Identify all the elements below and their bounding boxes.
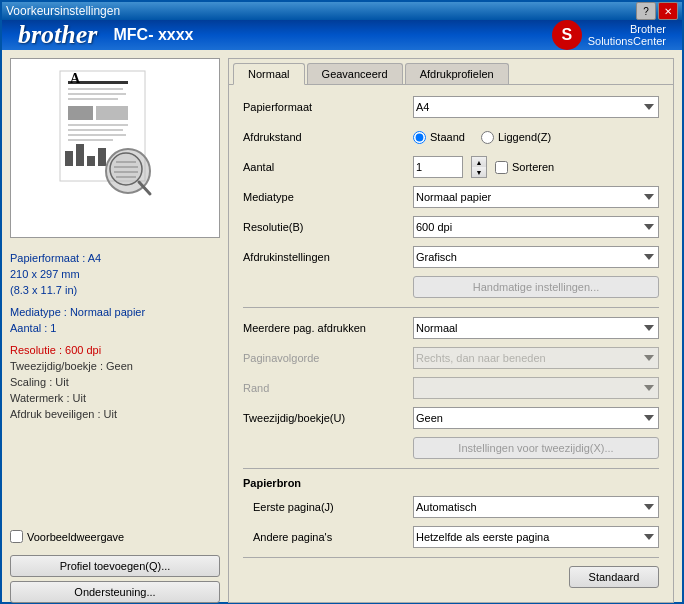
svg-rect-14 [87,156,95,166]
aantal-input[interactable] [413,156,463,178]
solutions-center: S Brother SolutionsCenter [552,20,666,50]
mediatype-select[interactable]: Normaal papier Glanzend papier Transpara… [413,186,659,208]
tweezijdig-select[interactable]: Geen Tweezijdig Boekje [413,407,659,429]
andere-paginas-row: Andere pagina's Hetzelfde als eerste pag… [243,525,659,549]
afdrukstand-control: Staand Liggend(Z) [413,131,659,144]
tweezijdig-btn-control: Instellingen voor tweezijdig(X)... [413,437,659,459]
aantal-down[interactable]: ▼ [472,167,486,177]
preview-area: A [10,58,220,238]
svg-rect-21 [114,171,138,173]
eerste-pagina-control: Automatisch Lade 1 Lade 2 [413,496,659,518]
meerdere-pag-control: Normaal 2 op 1 4 op 1 [413,317,659,339]
left-buttons: Profiel toevoegen(Q)... Ondersteuning... [10,555,220,603]
content-area: A Papie [2,50,682,604]
profiel-toevoegen-button[interactable]: Profiel toevoegen(Q)... [10,555,220,577]
radio-liggend: Liggend(Z) [481,131,551,144]
svg-rect-13 [76,144,84,166]
afdrukinstellingen-select[interactable]: Grafisch Foto Tekst [413,246,659,268]
info-papierformaat: Papierformaat : A4 [10,250,220,266]
brand-name: brother [18,20,97,50]
meerdere-pag-label: Meerdere pag. afdrukken [243,322,413,334]
ondersteuning-button[interactable]: Ondersteuning... [10,581,220,603]
paginavolgorde-label: Paginavolgorde [243,352,413,364]
info-mediatype: Mediatype : Normaal papier [10,304,220,320]
resolutie-select[interactable]: 600 dpi 1200 dpi 300 dpi [413,216,659,238]
aantal-control: ▲ ▼ Sorteren [413,156,659,178]
eerste-pagina-select[interactable]: Automatisch Lade 1 Lade 2 [413,496,659,518]
eerste-pagina-label: Eerste pagina(J) [243,501,413,513]
info-scaling: Scaling : Uit [10,374,220,390]
solutions-label: Brother SolutionsCenter [588,23,666,47]
handmatige-button: Handmatige instellingen... [413,276,659,298]
svg-rect-7 [68,124,128,126]
meerdere-pag-select[interactable]: Normaal 2 op 1 4 op 1 [413,317,659,339]
andere-paginas-label: Andere pagina's [243,531,413,543]
svg-rect-15 [98,148,106,166]
svg-rect-9 [68,134,126,136]
standaard-row: Standaard [243,566,659,588]
andere-paginas-control: Hetzelfde als eerste pagina Lade 1 Lade … [413,526,659,548]
sorteren-label: Sorteren [512,161,554,173]
paginavolgorde-row: Paginavolgorde Rechts, dan naar beneden [243,346,659,370]
separator-2 [243,468,659,469]
model-name: MFC- xxxx [113,26,193,44]
tab-normaal[interactable]: Normaal [233,63,305,85]
title-bar: Voorkeursinstellingen ? ✕ [2,2,682,20]
radio-staand-input[interactable] [413,131,426,144]
aantal-row: Aantal ▲ ▼ Sorteren [243,155,659,179]
svg-rect-8 [68,129,123,131]
svg-rect-20 [114,166,138,168]
mediatype-control: Normaal papier Glanzend papier Transpara… [413,186,659,208]
rand-control [413,377,659,399]
title-bar-left: Voorkeursinstellingen [6,4,120,18]
svg-rect-6 [96,106,128,120]
standaard-button[interactable]: Standaard [569,566,659,588]
radio-staand-label: Staand [430,131,465,143]
mediatype-row: Mediatype Normaal papier Glanzend papier… [243,185,659,209]
close-button[interactable]: ✕ [658,2,678,20]
header-bar: brother MFC- xxxx S Brother SolutionsCen… [2,20,682,50]
tweezijdig-label: Tweezijdig/boekje(U) [243,412,413,424]
svg-rect-19 [116,161,136,163]
svg-rect-10 [68,139,113,141]
window-title: Voorkeursinstellingen [6,4,120,18]
help-button[interactable]: ? [636,2,656,20]
solutions-icon: S [552,20,582,50]
handmatige-control: Handmatige instellingen... [413,276,659,298]
andere-paginas-select[interactable]: Hetzelfde als eerste pagina Lade 1 Lade … [413,526,659,548]
info-watermerk: Watermerk : Uit [10,390,220,406]
tab-geavanceerd[interactable]: Geavanceerd [307,63,403,84]
separator-3 [243,557,659,558]
tweezijdig-instellingen-button: Instellingen voor tweezijdig(X)... [413,437,659,459]
aantal-label: Aantal [243,161,413,173]
mediatype-label: Mediatype [243,191,413,203]
afdrukinstellingen-label: Afdrukinstellingen [243,251,413,263]
papierformaat-select[interactable]: A4 A3 A5 Letter Legal [413,96,659,118]
rand-select [413,377,659,399]
resolutie-row: Resolutie(B) 600 dpi 1200 dpi 300 dpi [243,215,659,239]
brand-logo: brother MFC- xxxx [18,20,194,50]
tab-afdrukprofielen[interactable]: Afdrukprofielen [405,63,509,84]
papierformaat-row: Papierformaat A4 A3 A5 Letter Legal [243,95,659,119]
sorteren-checkbox[interactable] [495,161,508,174]
right-panel: Normaal Geavanceerd Afdrukprofielen Papi… [228,58,674,603]
voorbeeldweergave-checkbox[interactable] [10,530,23,543]
info-size-mm: 210 x 297 mm [10,266,220,282]
tabs-bar: Normaal Geavanceerd Afdrukprofielen [229,59,673,85]
main-window: Voorkeursinstellingen ? ✕ brother MFC- x… [0,0,684,604]
aantal-up[interactable]: ▲ [472,157,486,167]
rand-label: Rand [243,382,413,394]
papierbron-title: Papierbron [243,477,659,489]
handmatige-row: Handmatige instellingen... [243,275,659,299]
info-aantal: Aantal : 1 [10,320,220,336]
svg-rect-5 [68,106,93,120]
radio-liggend-input[interactable] [481,131,494,144]
info-afdruk: Afdruk beveiligen : Uit [10,406,220,422]
radio-liggend-label: Liggend(Z) [498,131,551,143]
tweezijdig-btn-row: Instellingen voor tweezijdig(X)... [243,436,659,460]
paginavolgorde-select: Rechts, dan naar beneden [413,347,659,369]
left-panel: A Papie [10,58,220,603]
papierformaat-control: A4 A3 A5 Letter Legal [413,96,659,118]
sorteren-group: Sorteren [495,161,554,174]
afdrukstand-label: Afdrukstand [243,131,413,143]
